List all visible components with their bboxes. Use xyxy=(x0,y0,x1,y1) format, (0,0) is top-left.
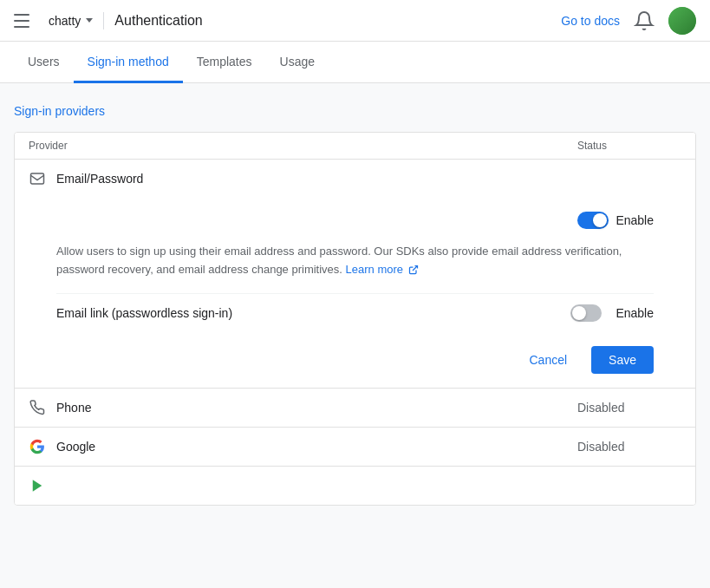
email-link-enable-row: Enable xyxy=(570,304,654,322)
svg-rect-0 xyxy=(31,173,44,184)
hamburger-menu[interactable] xyxy=(14,10,35,31)
tab-templates[interactable]: Templates xyxy=(183,42,266,83)
google-name: Google xyxy=(56,440,577,454)
hamburger-line-3 xyxy=(14,26,29,28)
avatar[interactable] xyxy=(668,7,696,35)
email-password-expanded: Enable Allow users to sign up using thei… xyxy=(15,198,695,388)
navbar-right: Go to docs xyxy=(561,7,696,35)
hamburger-line-1 xyxy=(14,14,29,16)
tab-users[interactable]: Users xyxy=(14,42,74,83)
enable-toggle-row: Enable xyxy=(56,212,654,229)
phone-icon xyxy=(29,399,46,416)
phone-name: Phone xyxy=(56,401,577,415)
phone-status: Disabled xyxy=(577,401,681,415)
save-button[interactable]: Save xyxy=(591,346,654,374)
hamburger-line-2 xyxy=(14,20,29,22)
navbar: chatty Authentication Go to docs xyxy=(0,0,710,42)
navbar-divider xyxy=(103,12,104,29)
email-link-toggle[interactable] xyxy=(570,304,602,322)
email-password-description: Allow users to sign up using their email… xyxy=(56,243,654,279)
action-buttons: Cancel Save xyxy=(56,332,654,388)
google-icon xyxy=(29,438,46,455)
external-link-icon xyxy=(408,265,419,275)
email-password-name: Email/Password xyxy=(56,172,681,186)
email-password-row-header[interactable]: Email/Password xyxy=(15,160,695,198)
cancel-button[interactable]: Cancel xyxy=(511,346,584,374)
tab-sign-in-method[interactable]: Sign-in method xyxy=(74,42,183,83)
tabs-bar: Users Sign-in method Templates Usage xyxy=(0,42,710,83)
email-icon xyxy=(29,170,46,187)
table-header: Provider Status xyxy=(15,133,695,160)
email-link-row: Email link (passwordless sign-in) Enable xyxy=(56,293,654,332)
project-selector[interactable]: chatty xyxy=(49,14,93,28)
svg-marker-2 xyxy=(33,480,42,492)
column-header-status: Status xyxy=(577,140,681,152)
providers-table: Provider Status Email/Password xyxy=(14,132,696,506)
project-dropdown-arrow xyxy=(86,18,93,23)
section-title: Sign-in providers xyxy=(14,104,696,118)
email-link-toggle-thumb xyxy=(572,306,586,320)
tab-usage[interactable]: Usage xyxy=(266,42,329,83)
email-link-enable-label: Enable xyxy=(616,306,654,320)
svg-line-1 xyxy=(413,266,418,271)
go-to-docs-link[interactable]: Go to docs xyxy=(561,14,620,28)
enable-label: Enable xyxy=(616,213,654,227)
learn-more-link[interactable]: Learn more xyxy=(346,263,419,276)
main-content: Sign-in providers Provider Status Email/… xyxy=(0,83,710,588)
partial-row xyxy=(15,467,695,505)
project-name: chatty xyxy=(49,14,81,28)
partial-icon xyxy=(29,477,46,494)
email-password-row: Email/Password Enable Allow users to sig… xyxy=(15,160,695,389)
column-header-provider: Provider xyxy=(29,140,577,152)
enable-toggle[interactable] xyxy=(577,212,609,229)
google-row[interactable]: Google Disabled xyxy=(15,428,695,467)
navbar-page-title: Authentication xyxy=(114,13,202,29)
avatar-image xyxy=(668,7,696,35)
email-link-label: Email link (passwordless sign-in) xyxy=(56,306,570,320)
notifications-icon[interactable] xyxy=(634,10,655,31)
phone-row[interactable]: Phone Disabled xyxy=(15,389,695,428)
google-status: Disabled xyxy=(577,440,681,454)
